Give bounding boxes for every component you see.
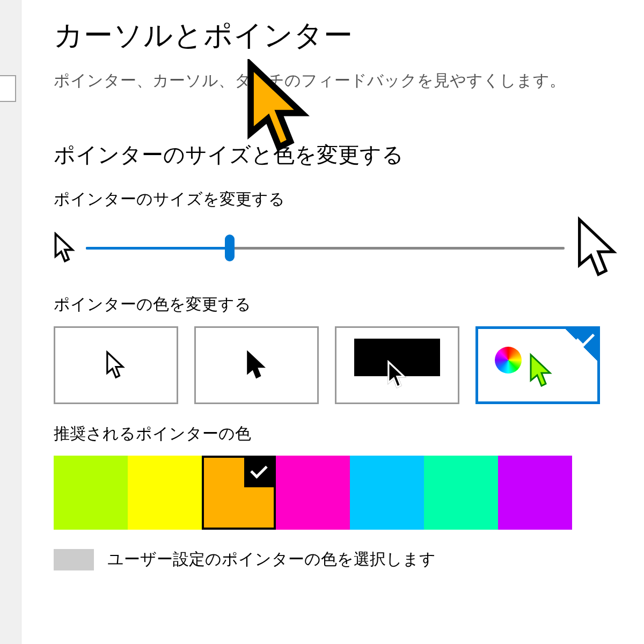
custom-color-button[interactable] <box>54 549 94 570</box>
custom-color-row: ユーザー設定のポインターの色を選択します <box>54 548 623 570</box>
color-swatch[interactable] <box>350 456 424 530</box>
size-label: ポインターのサイズを変更する <box>54 188 623 210</box>
cursor-small-icon <box>54 232 76 264</box>
color-swatch[interactable] <box>276 456 350 530</box>
color-swatch[interactable] <box>54 456 128 530</box>
color-swatch[interactable] <box>128 456 202 530</box>
sidebar-edge <box>0 0 21 644</box>
cursor-inverted-icon <box>386 360 408 390</box>
section-heading: ポインターのサイズと色を変更する <box>54 140 623 170</box>
size-slider-row <box>54 221 623 275</box>
cursor-colored-icon <box>528 353 555 389</box>
check-icon <box>565 329 597 361</box>
color-option-inverted[interactable] <box>335 326 459 404</box>
color-swatch[interactable] <box>498 456 572 530</box>
color-option-white[interactable] <box>54 326 178 404</box>
color-style-options <box>54 326 623 404</box>
page-title: カーソルとポインター <box>54 16 623 54</box>
check-icon <box>244 458 274 487</box>
cursor-large-icon <box>574 216 623 280</box>
cursor-black-icon <box>246 350 267 380</box>
recommended-label: 推奨されるポインターの色 <box>54 423 623 445</box>
page-subtitle: ポインター、カーソル、タッチのフィードバックを見やすくします。 <box>54 70 623 92</box>
custom-color-label: ユーザー設定のポインターの色を選択します <box>107 548 436 570</box>
color-option-black[interactable] <box>194 326 319 404</box>
size-slider[interactable] <box>86 237 565 259</box>
color-option-custom[interactable] <box>475 326 600 404</box>
color-swatch[interactable] <box>202 456 276 530</box>
color-label: ポインターの色を変更する <box>54 294 623 316</box>
color-swatches <box>54 456 623 530</box>
slider-thumb[interactable] <box>225 235 235 261</box>
color-swatch[interactable] <box>424 456 498 530</box>
slider-fill <box>86 247 230 250</box>
color-wheel-icon <box>495 347 522 374</box>
main-content: カーソルとポインター ポインター、カーソル、タッチのフィードバックを見やすくしま… <box>54 16 623 570</box>
inverted-bg <box>354 339 440 376</box>
sidebar-stub <box>0 75 16 102</box>
cursor-white-icon <box>105 350 127 380</box>
